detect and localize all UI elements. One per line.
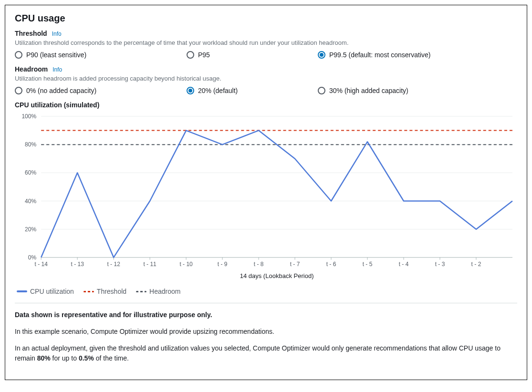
headroom-label: Headroom xyxy=(15,65,48,73)
headroom-option-0[interactable]: 0% (no added capacity) xyxy=(15,87,187,94)
threshold-option-p95[interactable]: P95 xyxy=(187,51,318,59)
threshold-option-p90[interactable]: P90 (least sensitive) xyxy=(15,51,187,59)
svg-text:t - 3: t - 3 xyxy=(435,261,445,268)
svg-text:t - 10: t - 10 xyxy=(179,261,193,268)
svg-text:t - 14: t - 14 xyxy=(34,261,48,268)
page-title: CPU usage xyxy=(15,13,517,24)
legend-label: Threshold xyxy=(97,288,126,295)
svg-text:20%: 20% xyxy=(25,226,36,233)
radio-label: 0% (no added capacity) xyxy=(26,87,96,94)
svg-text:t - 13: t - 13 xyxy=(71,261,84,268)
radio-icon xyxy=(187,87,194,94)
svg-text:14 days (Lookback Period): 14 days (Lookback Period) xyxy=(240,272,314,279)
radio-icon xyxy=(15,51,22,59)
threshold-desc: Utilization threshold corresponds to the… xyxy=(15,39,517,46)
radio-icon xyxy=(318,51,325,59)
radio-icon xyxy=(15,87,22,94)
radio-icon xyxy=(187,51,194,59)
svg-text:t - 8: t - 8 xyxy=(254,261,264,268)
legend-swatch-icon xyxy=(83,291,94,292)
headroom-desc: Utilization headroom is added processing… xyxy=(15,75,517,82)
radio-label: P90 (least sensitive) xyxy=(26,51,86,59)
chart-svg: 0%20%40%60%80%100%t - 14t - 13t - 12t - … xyxy=(15,112,517,284)
legend-swatch-icon xyxy=(17,290,27,292)
headroom-radio-group: 0% (no added capacity) 20% (default) 30%… xyxy=(15,87,517,94)
disclaimer-line1: In this example scenario, Compute Optimi… xyxy=(15,327,517,337)
svg-text:40%: 40% xyxy=(25,198,36,205)
headroom-info-link[interactable]: Info xyxy=(52,66,62,73)
radio-label: P99.5 (default: most conservative) xyxy=(329,51,430,59)
legend-swatch-icon xyxy=(136,291,146,292)
svg-text:t - 2: t - 2 xyxy=(471,261,481,268)
divider xyxy=(15,303,517,303)
headroom-option-30[interactable]: 30% (high added capacity) xyxy=(318,87,517,94)
svg-text:60%: 60% xyxy=(25,169,36,176)
disclaimer-heading: Data shown is representative and for ill… xyxy=(15,311,212,319)
svg-text:t - 9: t - 9 xyxy=(218,261,228,268)
chart-legend: CPU utilization Threshold Headroom xyxy=(15,288,517,295)
svg-text:t - 7: t - 7 xyxy=(290,261,300,268)
legend-threshold: Threshold xyxy=(83,288,126,295)
threshold-info-link[interactable]: Info xyxy=(52,31,62,37)
legend-cpu: CPU utilization xyxy=(17,288,74,295)
headroom-header: Headroom Info xyxy=(15,65,517,73)
threshold-label: Threshold xyxy=(15,30,47,37)
svg-text:0%: 0% xyxy=(28,254,37,261)
radio-label: P95 xyxy=(198,51,210,59)
radio-icon xyxy=(318,87,325,94)
legend-label: Headroom xyxy=(149,288,180,295)
threshold-option-p995[interactable]: P99.5 (default: most conservative) xyxy=(318,51,517,59)
svg-text:t - 4: t - 4 xyxy=(399,261,409,268)
disclaimer-line2: In an actual deployment, given the thres… xyxy=(15,343,517,363)
threshold-header: Threshold Info xyxy=(15,30,517,37)
svg-text:100%: 100% xyxy=(21,113,36,120)
threshold-radio-group: P90 (least sensitive) P95 P99.5 (default… xyxy=(15,51,517,59)
legend-label: CPU utilization xyxy=(30,288,74,295)
headroom-option-20[interactable]: 20% (default) xyxy=(187,87,318,94)
svg-text:t - 6: t - 6 xyxy=(326,261,336,268)
svg-text:80%: 80% xyxy=(25,141,36,148)
svg-text:t - 5: t - 5 xyxy=(363,261,373,268)
disclaimer: Data shown is representative and for ill… xyxy=(15,310,517,363)
svg-text:t - 11: t - 11 xyxy=(143,261,156,268)
cpu-chart: 0%20%40%60%80%100%t - 14t - 13t - 12t - … xyxy=(15,112,517,284)
radio-label: 20% (default) xyxy=(198,87,238,94)
radio-label: 30% (high added capacity) xyxy=(329,87,408,94)
svg-text:t - 12: t - 12 xyxy=(107,261,120,268)
cpu-usage-panel: CPU usage Threshold Info Utilization thr… xyxy=(5,5,527,380)
chart-title: CPU utilization (simulated) xyxy=(15,101,517,109)
legend-headroom: Headroom xyxy=(136,288,180,295)
